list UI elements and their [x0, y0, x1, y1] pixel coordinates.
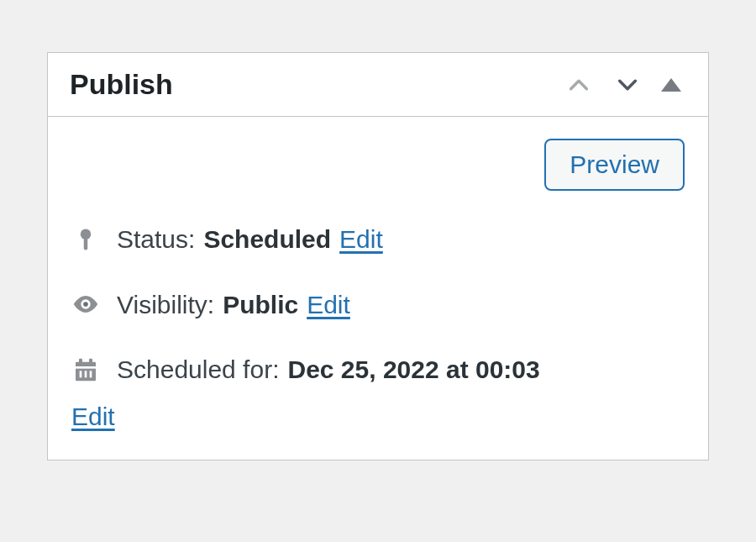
- eye-icon: [71, 290, 100, 318]
- svg-rect-1: [84, 237, 88, 250]
- metabox-body: Preview Status: Scheduled Edit Visibilit…: [48, 117, 708, 460]
- move-up-icon[interactable]: [564, 70, 594, 100]
- schedule-value: Dec 25, 2022 at 00:03: [287, 351, 539, 388]
- status-label: Status:: [117, 221, 195, 258]
- toggle-panel-icon[interactable]: [661, 78, 681, 92]
- action-row: Preview: [71, 139, 685, 191]
- status-row: Status: Scheduled Edit: [71, 221, 685, 258]
- metabox-header: Publish: [48, 53, 708, 117]
- svg-rect-6: [76, 366, 96, 369]
- panel-title: Publish: [70, 68, 173, 101]
- status-value: Scheduled: [203, 221, 331, 258]
- edit-visibility-link[interactable]: Edit: [307, 287, 350, 324]
- schedule-label: Scheduled for:: [117, 351, 279, 388]
- move-down-icon[interactable]: [612, 70, 643, 100]
- svg-rect-5: [89, 358, 92, 364]
- svg-point-2: [83, 302, 88, 307]
- svg-rect-9: [90, 371, 92, 377]
- edit-status-link[interactable]: Edit: [339, 221, 383, 258]
- visibility-value: Public: [223, 287, 298, 324]
- schedule-row: Scheduled for: Dec 25, 2022 at 00:03 Edi…: [71, 351, 685, 434]
- visibility-row: Visibility: Public Edit: [71, 287, 685, 324]
- svg-rect-7: [80, 371, 82, 377]
- preview-button[interactable]: Preview: [544, 139, 685, 191]
- pin-icon: [71, 225, 100, 254]
- visibility-label: Visibility:: [117, 287, 214, 324]
- calendar-icon: [71, 355, 100, 384]
- header-controls: [564, 70, 686, 100]
- svg-rect-8: [85, 371, 87, 377]
- svg-rect-4: [79, 358, 82, 364]
- publish-metabox: Publish Preview Status: Scheduled Edit: [47, 52, 709, 460]
- edit-schedule-link[interactable]: Edit: [71, 398, 685, 435]
